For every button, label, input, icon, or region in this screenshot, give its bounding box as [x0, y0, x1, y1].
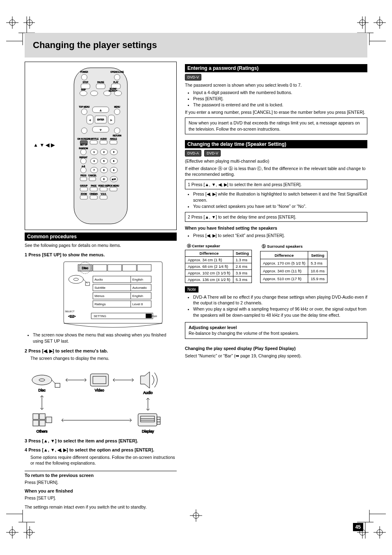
svg-point-75 — [81, 128, 87, 134]
svg-rect-180 — [33, 414, 39, 419]
step-1-heading: 1 Press [SET UP] to show the menus. — [25, 252, 177, 257]
svg-rect-136 — [93, 265, 107, 271]
svg-text:Menus: Menus — [95, 294, 104, 298]
svg-text:8: 8 — [104, 169, 105, 171]
right-column: Entering a password (Ratings) DVD-V The … — [185, 62, 367, 510]
ratings-heading: Entering a password (Ratings) — [185, 64, 367, 72]
svg-text:SETTING: SETTING — [94, 315, 106, 318]
svg-rect-170 — [55, 383, 60, 387]
speaker-bullet-2: You cannot select speakers you have set … — [193, 203, 367, 210]
svg-text:Subtitle: Subtitle — [95, 286, 106, 290]
svg-rect-182 — [33, 420, 39, 426]
svg-point-76 — [114, 128, 120, 134]
note-item-2: When you play a signal with a sampling f… — [193, 306, 367, 318]
remote-svg: POWER OPEN/CLOSE STOP PAUSE PLAY SKIP SL… — [72, 66, 129, 226]
step-4-heading: 4 Press [▲, ▼, ◀, ▶] to select the optio… — [25, 447, 177, 453]
svg-text:Disc: Disc — [38, 388, 46, 392]
svg-text:ON SCREEN: ON SCREEN — [77, 138, 90, 140]
svg-rect-122 — [90, 187, 97, 191]
svg-rect-112 — [80, 177, 87, 181]
dvd-v-tag: DVD-V — [185, 74, 201, 81]
svg-text:7: 7 — [94, 169, 95, 171]
surround-speaker-table: ⓑ Surround speakers DifferenceSetting Ap… — [260, 243, 327, 283]
ratings-forget: If you enter a wrong number, press [CANC… — [185, 109, 367, 115]
speaker-finish-heading: When you have finished setting the speak… — [185, 226, 277, 230]
intro-text: See the following pages for details on m… — [25, 242, 177, 248]
svg-text:AUDIO: AUDIO — [100, 138, 107, 140]
svg-rect-114 — [89, 177, 96, 181]
svg-text:Automatic: Automatic — [132, 286, 147, 290]
svg-rect-85 — [110, 140, 117, 144]
balance-heading: Adjusting speaker level — [189, 325, 237, 330]
page-title: Changing the player settings — [33, 40, 157, 51]
cursor-keys-label: ▲ ▼ ◀ ▶ — [33, 142, 55, 148]
svg-rect-83 — [100, 140, 107, 144]
svg-point-54 — [80, 91, 87, 96]
ratings-callout: Now when you insert a DVD that exceeds t… — [185, 117, 367, 134]
speaker-distances: If either distance ⓐ or ⓑ is less than ⓒ… — [185, 166, 367, 177]
svg-point-44 — [81, 74, 87, 80]
svg-text:GROUP: GROUP — [80, 184, 88, 187]
common-procedures-heading: Common procedures — [25, 233, 177, 241]
speaker-bullet-1: Press [◀, ▶] while the illustration is h… — [193, 191, 367, 203]
svg-text:MENU: MENU — [114, 106, 120, 108]
svg-rect-137 — [108, 265, 122, 271]
svg-rect-138 — [122, 265, 136, 271]
svg-rect-191 — [157, 417, 160, 424]
svg-text:△: △ — [100, 109, 101, 111]
ratings-intro: The password screen is shown when you se… — [185, 82, 367, 88]
svg-point-62 — [81, 109, 87, 115]
svg-point-96 — [81, 158, 86, 164]
svg-text:STOP: STOP — [83, 81, 88, 83]
svg-text:2: 2 — [104, 151, 105, 153]
svg-text:SKIP: SKIP — [81, 88, 86, 91]
ratings-after: The password is entered and the unit is … — [193, 102, 367, 108]
step-4-note: Some options require different operation… — [30, 454, 177, 466]
svg-rect-139 — [137, 265, 151, 271]
svg-text:Ratings: Ratings — [95, 302, 106, 306]
svg-text:Level 8: Level 8 — [132, 302, 143, 306]
svg-rect-183 — [39, 420, 45, 426]
dvd-v-tag-2: DVD-V — [204, 150, 221, 157]
playspeed-heading: Changing the play speed display (Play Sp… — [185, 346, 296, 351]
return-heading: To return to the previous screen — [25, 473, 94, 478]
note-label: Note — [185, 286, 198, 292]
svg-text:ENTER: ENTER — [149, 315, 157, 318]
svg-text:ANGLE: ANGLE — [110, 138, 118, 140]
svg-point-167 — [32, 375, 52, 385]
svg-text:V.S.S.: V.S.S. — [101, 193, 106, 195]
svg-text:Others: Others — [36, 429, 48, 433]
footer-note: The settings remain intact even if you s… — [25, 504, 177, 510]
svg-text:RETURN: RETURN — [113, 134, 122, 137]
svg-text:SUBTITLE: SUBTITLE — [89, 138, 99, 140]
step-2-note: The screen changes to display the menu. — [30, 355, 177, 361]
note-item-1: DVD‑A There will be no effect if you cha… — [193, 294, 367, 306]
svg-text:▷: ▷ — [111, 119, 112, 121]
svg-text:Audio: Audio — [95, 278, 103, 281]
remote-illustration: ▲ ▼ ◀ ▶ POWER OPEN/CLOSE STOP PAUSE PLAY — [25, 62, 177, 230]
svg-text:PAGE: PAGE — [91, 184, 97, 187]
speaker-heading: Changing the delay time (Speaker Setting… — [185, 140, 367, 148]
speaker-effective: (Effective when playing multi-channel au… — [185, 158, 367, 164]
ratings-step-1: Input a 4-digit password with the number… — [193, 90, 367, 96]
speaker-finish-body: Press [◀, ▶] to select “Exit” and press … — [193, 233, 367, 239]
svg-text:◁: ◁ — [89, 119, 91, 121]
svg-text:≧10: ≧10 — [112, 178, 116, 180]
step-3-heading: 3 Press [▲, ▼] to select the item and pr… — [25, 438, 177, 443]
svg-rect-173 — [90, 374, 108, 386]
svg-rect-132 — [100, 196, 107, 199]
svg-text:CINEMA: CINEMA — [90, 193, 98, 195]
svg-rect-184 — [46, 417, 52, 423]
step-1-note: The screen now shows the menu that was s… — [33, 332, 177, 344]
left-column: ▲ ▼ ◀ ▶ POWER OPEN/CLOSE STOP PAUSE PLAY — [25, 62, 177, 510]
svg-text:▽: ▽ — [100, 129, 101, 131]
playspeed-body: Select “Numeric” or “Bar” (➡ page 19, Ch… — [185, 353, 367, 359]
svg-text:ENTER: ENTER — [97, 118, 104, 121]
svg-text:PICK MENU: PICK MENU — [108, 184, 119, 187]
balance-body: Re‑balance by changing the volume of the… — [189, 331, 299, 336]
svg-rect-81 — [90, 140, 97, 144]
svg-rect-120 — [80, 187, 88, 191]
svg-text:Video: Video — [95, 388, 104, 392]
svg-text:SELECT: SELECT — [65, 310, 75, 313]
svg-text:Audio: Audio — [143, 391, 152, 395]
